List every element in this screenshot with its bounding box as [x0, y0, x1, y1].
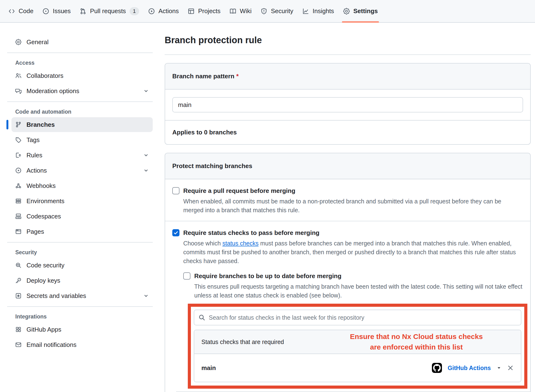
- sidebar-item-label: Codespaces: [26, 213, 149, 220]
- tab-label: Code: [19, 7, 33, 15]
- codespaces-icon: [15, 213, 21, 219]
- github-actions-link[interactable]: GitHub Actions: [448, 365, 491, 371]
- status-checks-list-header: Status checks that are required Ensure t…: [194, 330, 521, 354]
- branch-name-pattern-label: Branch name pattern: [172, 73, 234, 80]
- sidebar-divider: [7, 101, 153, 102]
- checkmark-icon: [173, 230, 178, 235]
- chevron-down-icon: [143, 152, 149, 158]
- require-pull-request-checkbox[interactable]: [172, 187, 179, 194]
- sidebar-item-label: Pages: [26, 228, 149, 235]
- tab-issues[interactable]: Issues: [38, 0, 75, 22]
- sidebar-item-code-security[interactable]: Code security: [11, 258, 153, 273]
- mail-icon: [15, 342, 21, 348]
- sidebar-item-general[interactable]: General: [11, 35, 153, 49]
- sidebar-item-branches[interactable]: Branches: [11, 117, 153, 132]
- tab-label: Wiki: [240, 7, 252, 15]
- git-pull-request-icon: [80, 8, 86, 15]
- tab-projects[interactable]: Projects: [183, 0, 225, 22]
- branch-name-pattern-card: Branch name pattern* Applies to 0 branch…: [165, 63, 531, 145]
- server-icon: [15, 198, 21, 204]
- sidebar-section-code-and-automation: Code and automation: [11, 108, 153, 116]
- rules-icon: [15, 152, 21, 158]
- sidebar-item-deploy-keys[interactable]: Deploy keys: [11, 273, 153, 288]
- required-asterisk: *: [236, 73, 239, 80]
- sidebar-divider: [7, 242, 153, 243]
- sidebar-divider: [7, 53, 153, 53]
- status-checks-link[interactable]: status checks: [222, 240, 258, 247]
- sidebar-divider: [7, 306, 153, 307]
- settings-sidebar: General Access Collaborators Moderation …: [0, 23, 157, 353]
- sidebar-item-label: Branches: [26, 121, 149, 128]
- shield-icon: [261, 8, 267, 15]
- branch-name-pattern-input[interactable]: [172, 97, 523, 112]
- sidebar-item-email-notifications[interactable]: Email notifications: [11, 337, 153, 352]
- play-icon: [148, 8, 155, 15]
- code-icon: [8, 8, 15, 15]
- annotation-note: Ensure that no Nx Cloud status checks ar…: [318, 331, 514, 352]
- caret-down-icon: [497, 366, 501, 370]
- tab-security[interactable]: Security: [256, 0, 298, 22]
- sidebar-item-codespaces[interactable]: Codespaces: [11, 209, 153, 224]
- browser-icon: [15, 228, 21, 235]
- sidebar-section-security: Security: [11, 248, 153, 256]
- sidebar-item-rules[interactable]: Rules: [11, 148, 153, 163]
- tab-label: Insights: [313, 7, 334, 15]
- search-icon: [199, 314, 205, 321]
- protect-matching-branches-card: Protect matching branches Require a pull…: [165, 153, 531, 392]
- gear-icon: [343, 8, 350, 15]
- sidebar-item-label: General: [26, 38, 149, 46]
- book-icon: [230, 8, 236, 15]
- required-status-checks-list: Status checks that are required Ensure t…: [194, 330, 521, 382]
- require-status-checks-label: Require status checks to pass before mer…: [183, 228, 320, 237]
- sidebar-item-collaborators[interactable]: Collaborators: [11, 68, 153, 83]
- sidebar-item-label: GitHub Apps: [26, 326, 149, 333]
- status-checks-list-header-label: Status checks that are required: [201, 339, 284, 345]
- tab-insights[interactable]: Insights: [298, 0, 339, 22]
- sidebar-item-actions[interactable]: Actions: [11, 163, 153, 178]
- sidebar-item-environments[interactable]: Environments: [11, 194, 153, 208]
- sidebar-item-label: Webhooks: [26, 182, 149, 190]
- require-status-checks-description: Choose which status checks must pass bef…: [183, 239, 523, 265]
- tab-label: Settings: [353, 7, 378, 15]
- apps-icon: [15, 326, 21, 333]
- status-check-options-dropdown[interactable]: [497, 366, 501, 370]
- tab-pull-requests[interactable]: Pull requests 1: [75, 0, 144, 22]
- branch-name-pattern-body: [165, 90, 530, 120]
- sidebar-item-moderation-options[interactable]: Moderation options: [11, 84, 153, 98]
- remove-status-check-button[interactable]: [507, 365, 514, 371]
- tab-code[interactable]: Code: [4, 0, 38, 22]
- protect-matching-branches-header: Protect matching branches: [165, 153, 530, 179]
- sidebar-item-github-apps[interactable]: GitHub Apps: [11, 322, 153, 337]
- annotation-line-1: Ensure that no Nx Cloud status checks: [318, 331, 514, 342]
- require-pull-request-description: When enabled, all commits must be made t…: [183, 197, 523, 215]
- sidebar-item-webhooks[interactable]: Webhooks: [11, 178, 153, 193]
- github-actions-avatar: [432, 363, 442, 373]
- chevron-down-icon: [143, 168, 149, 173]
- description-text: Choose which: [183, 240, 222, 247]
- option-require-up-to-date: Require branches to be up to date before…: [183, 272, 523, 392]
- play-icon: [15, 167, 21, 174]
- issue-opened-icon: [42, 8, 49, 15]
- tab-wiki[interactable]: Wiki: [225, 0, 256, 22]
- close-icon: [507, 365, 514, 371]
- git-branch-icon: [15, 122, 21, 128]
- chevron-down-icon: [143, 293, 149, 299]
- require-status-checks-checkbox[interactable]: [172, 229, 179, 236]
- tab-settings[interactable]: Settings: [339, 0, 383, 22]
- option-require-pull-request: Require a pull request before merging Wh…: [165, 179, 530, 221]
- sidebar-item-label: Code security: [26, 262, 149, 269]
- sidebar-item-secrets-and-variables[interactable]: Secrets and variables: [11, 288, 153, 303]
- table-icon: [188, 8, 194, 15]
- sidebar-item-pages[interactable]: Pages: [11, 224, 153, 239]
- sidebar-item-label: Deploy keys: [26, 277, 149, 284]
- webhook-icon: [15, 183, 21, 189]
- tab-actions[interactable]: Actions: [144, 0, 183, 22]
- gear-icon: [15, 39, 21, 45]
- require-up-to-date-checkbox[interactable]: [183, 272, 190, 280]
- octocat-icon: [433, 364, 441, 372]
- sidebar-item-tags[interactable]: Tags: [11, 132, 153, 147]
- sidebar-item-label: Email notifications: [26, 341, 149, 349]
- sidebar-item-label: Tags: [26, 136, 149, 144]
- applies-to-branches-text: Applies to 0 branches: [165, 120, 530, 144]
- status-checks-search-input[interactable]: Search for status checks in the last wee…: [194, 310, 521, 325]
